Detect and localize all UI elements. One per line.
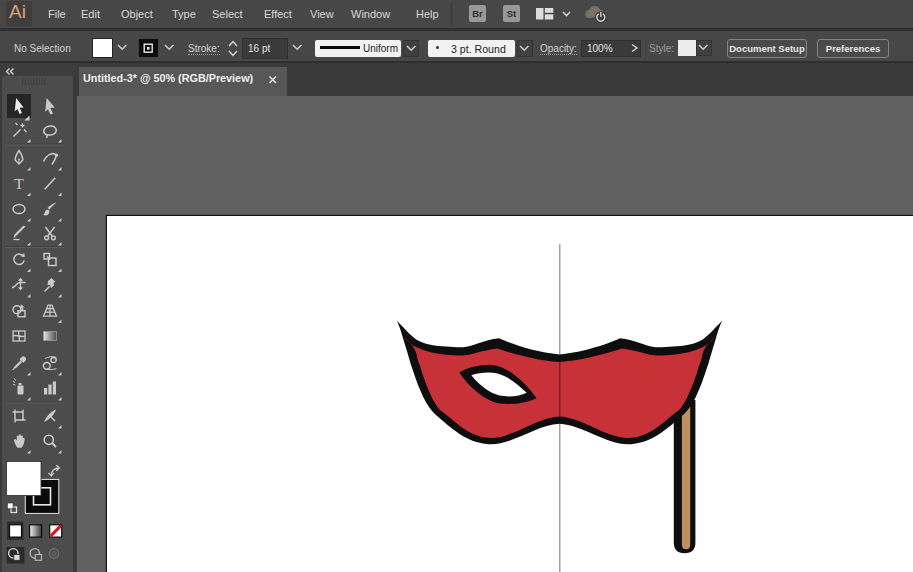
svg-text:T: T: [14, 175, 24, 192]
